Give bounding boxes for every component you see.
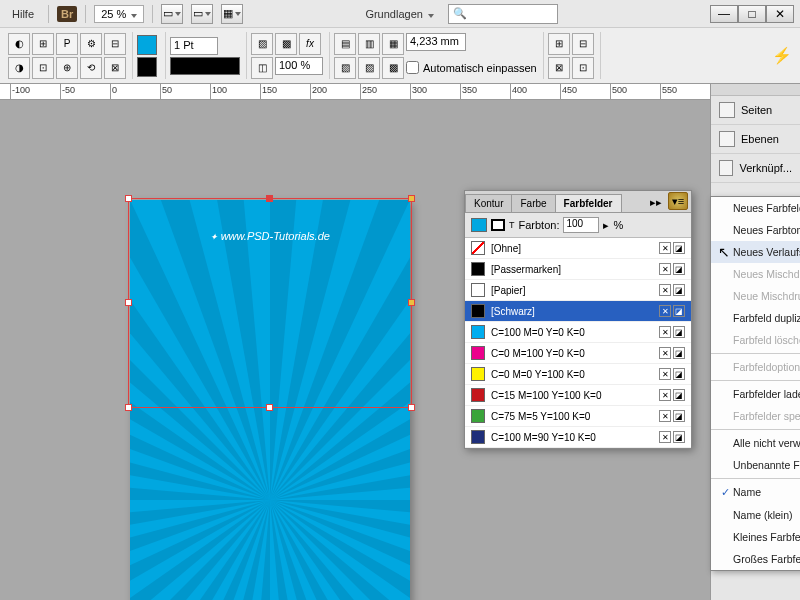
swatch-color: [471, 241, 485, 255]
swatch-row[interactable]: [Passermarken]✕◪: [465, 259, 691, 280]
selection-handle[interactable]: [266, 195, 273, 202]
stroke-proxy[interactable]: [491, 219, 505, 231]
frame-icon[interactable]: ⊠: [548, 57, 570, 79]
panel-more-icon[interactable]: ▸▸: [646, 193, 666, 212]
swatch-name: [Schwarz]: [491, 306, 653, 317]
fill-swatch[interactable]: [137, 35, 157, 55]
wrap-icon[interactable]: ▩: [382, 57, 404, 79]
stroke-style[interactable]: [170, 57, 240, 75]
selection-handle[interactable]: [408, 299, 415, 306]
view-options-2[interactable]: ▭: [191, 4, 213, 24]
swatch-row[interactable]: [Papier]✕◪: [465, 280, 691, 301]
menu-item[interactable]: Farbfeld duplizieren: [711, 307, 800, 329]
help-menu[interactable]: Hilfe: [6, 5, 40, 23]
selection-handle[interactable]: [125, 195, 132, 202]
menu-item[interactable]: Name (klein): [711, 504, 800, 526]
tool-icon[interactable]: ⊕: [56, 57, 78, 79]
view-options-1[interactable]: ▭: [161, 4, 183, 24]
swatch-color: [471, 325, 485, 339]
dock-panel-button[interactable]: Seiten: [711, 96, 800, 125]
selection-handle[interactable]: [125, 299, 132, 306]
tool-icon[interactable]: ⚙: [80, 33, 102, 55]
opacity-field[interactable]: 100 %: [275, 57, 323, 75]
menu-item[interactable]: Farbfelder laden: [711, 383, 800, 405]
badge-icon: ✕: [659, 347, 671, 359]
tool-icon[interactable]: ◐: [8, 33, 30, 55]
workspace-selector[interactable]: Grundlagen: [359, 5, 440, 23]
tool-icon[interactable]: ⊡: [32, 57, 54, 79]
swatch-row[interactable]: C=0 M=100 Y=0 K=0✕◪: [465, 343, 691, 364]
menu-item[interactable]: Großes Farbfeld: [711, 548, 800, 570]
window-close[interactable]: ✕: [766, 5, 794, 23]
wrap-icon[interactable]: ▨: [358, 57, 380, 79]
badge-icon: ◪: [673, 347, 685, 359]
tab-farbfelder[interactable]: Farbfelder: [555, 194, 622, 212]
menu-item[interactable]: Kleines Farbfeld: [711, 526, 800, 548]
panel-tabs: Kontur Farbe Farbfelder ▸▸ ▾≡: [465, 191, 691, 213]
tab-farbe[interactable]: Farbe: [511, 194, 555, 212]
screen-mode[interactable]: ▦: [221, 4, 243, 24]
swatch-row[interactable]: [Ohne]✕◪: [465, 238, 691, 259]
opacity-icon[interactable]: ◫: [251, 57, 273, 79]
tab-kontur[interactable]: Kontur: [465, 194, 512, 212]
panel-toolbar: T Farbton: 100 ▸%: [465, 213, 691, 238]
stroke-weight-field[interactable]: 1 Pt: [170, 37, 218, 55]
window-minimize[interactable]: —: [710, 5, 738, 23]
tool-icon[interactable]: ⟲: [80, 57, 102, 79]
selection-box[interactable]: [128, 198, 412, 408]
menu-item[interactable]: Alle nicht verwendeten auswählen: [711, 432, 800, 454]
zoom-level[interactable]: 25 %: [94, 5, 144, 23]
dock-grabber[interactable]: [711, 84, 800, 96]
fill-proxy[interactable]: [471, 218, 487, 232]
swatch-list: [Ohne]✕◪[Passermarken]✕◪[Papier]✕◪[Schwa…: [465, 238, 691, 448]
search-input[interactable]: 🔍: [448, 4, 558, 24]
swatch-row[interactable]: C=100 M=0 Y=0 K=0✕◪: [465, 322, 691, 343]
frame-icon[interactable]: ⊟: [572, 33, 594, 55]
swatches-panel: Kontur Farbe Farbfelder ▸▸ ▾≡ T Farbton:…: [464, 190, 692, 449]
fx-icon[interactable]: fx: [299, 33, 321, 55]
selection-handle[interactable]: [266, 404, 273, 411]
swatch-name: C=15 M=100 Y=100 K=0: [491, 390, 653, 401]
swatch-row[interactable]: [Schwarz]✕◪: [465, 301, 691, 322]
menu-item[interactable]: Unbenannte Farben hinzufügen: [711, 454, 800, 476]
swatch-row[interactable]: C=75 M=5 Y=100 K=0✕◪: [465, 406, 691, 427]
frame-icon[interactable]: ⊞: [548, 33, 570, 55]
menu-item[interactable]: Neues Farbfeld: [711, 197, 800, 219]
menu-item[interactable]: Neues Verlaufsfeld: [711, 241, 800, 263]
swatch-row[interactable]: C=0 M=0 Y=100 K=0✕◪: [465, 364, 691, 385]
panel-menu-button[interactable]: ▾≡: [668, 192, 688, 210]
frame-icon[interactable]: ⊡: [572, 57, 594, 79]
selection-handle[interactable]: [408, 195, 415, 202]
swatch-name: C=0 M=0 Y=100 K=0: [491, 369, 653, 380]
wrap-icon[interactable]: ▧: [334, 57, 356, 79]
tool-icon[interactable]: ⊠: [104, 57, 126, 79]
wrap-icon[interactable]: ▥: [358, 33, 380, 55]
tool-icon[interactable]: ⊞: [32, 33, 54, 55]
tool-icon[interactable]: ◑: [8, 57, 30, 79]
selection-handle[interactable]: [125, 404, 132, 411]
stroke-swatch[interactable]: [137, 57, 157, 77]
measure-field[interactable]: 4,233 mm: [406, 33, 466, 51]
swatch-row[interactable]: C=15 M=100 Y=100 K=0✕◪: [465, 385, 691, 406]
tool-icon[interactable]: P: [56, 33, 78, 55]
fx-icon[interactable]: ▩: [275, 33, 297, 55]
tint-field[interactable]: 100: [563, 217, 599, 233]
autofit-checkbox[interactable]: Automatisch einpassen: [406, 57, 537, 79]
text-icon[interactable]: T: [509, 220, 515, 230]
dock-panel-button[interactable]: Verknüpf...: [711, 154, 800, 183]
menu-item[interactable]: ✓Name: [711, 481, 800, 504]
tool-icon[interactable]: ⊟: [104, 33, 126, 55]
bridge-button[interactable]: Br: [57, 6, 77, 22]
fx-icon[interactable]: ▨: [251, 33, 273, 55]
flash-icon[interactable]: ⚡: [772, 46, 792, 65]
dock-panel-button[interactable]: Ebenen: [711, 125, 800, 154]
swatch-name: C=0 M=100 Y=0 K=0: [491, 348, 653, 359]
wrap-icon[interactable]: ▦: [382, 33, 404, 55]
window-maximize[interactable]: □: [738, 5, 766, 23]
selection-handle[interactable]: [408, 404, 415, 411]
wrap-icon[interactable]: ▤: [334, 33, 356, 55]
swatch-name: C=75 M=5 Y=100 K=0: [491, 411, 653, 422]
menu-item[interactable]: Neues Farbtonfeld: [711, 219, 800, 241]
horizontal-ruler: -100-50050100150200250300350400450500550: [0, 84, 710, 100]
swatch-row[interactable]: C=100 M=90 Y=10 K=0✕◪: [465, 427, 691, 448]
